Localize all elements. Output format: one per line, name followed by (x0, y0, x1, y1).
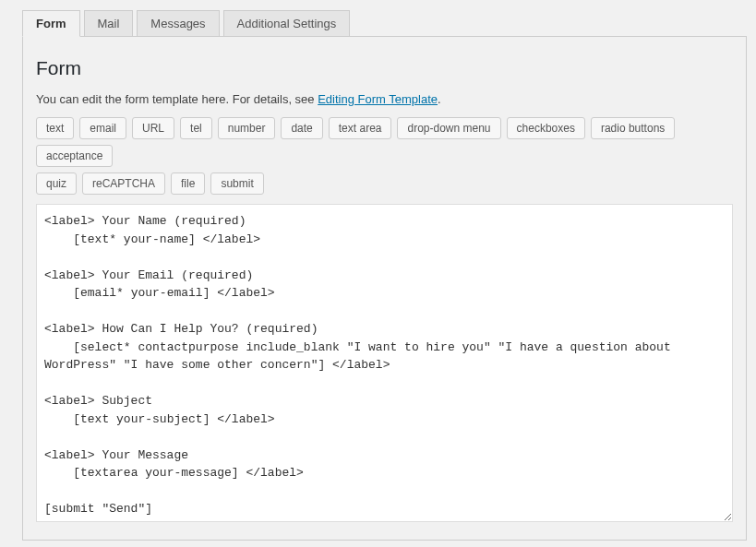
tag-btn-text[interactable]: text (36, 117, 74, 139)
tag-btn-radio[interactable]: radio buttons (591, 117, 675, 139)
tag-btn-checkboxes[interactable]: checkboxes (507, 117, 585, 139)
tag-btn-recaptcha[interactable]: reCAPTCHA (82, 172, 165, 195)
tab-bar: Form Mail Messages Additional Settings (22, 9, 747, 36)
form-panel: Form You can edit the form template here… (22, 36, 747, 541)
tag-button-row-2: quiz reCAPTCHA file submit (36, 172, 733, 195)
tag-btn-date[interactable]: date (281, 117, 322, 139)
tag-btn-file[interactable]: file (171, 172, 205, 195)
tag-button-row-1: text email URL tel number date text area… (36, 117, 733, 167)
tag-btn-dropdown[interactable]: drop-down menu (397, 117, 500, 139)
tab-messages[interactable]: Messages (137, 10, 219, 37)
tab-form[interactable]: Form (22, 10, 80, 37)
tag-btn-email[interactable]: email (79, 117, 126, 139)
tab-additional-settings[interactable]: Additional Settings (223, 10, 351, 37)
tag-btn-tel[interactable]: tel (180, 117, 212, 139)
tag-btn-quiz[interactable]: quiz (36, 172, 77, 195)
tag-btn-submit[interactable]: submit (210, 172, 263, 195)
tag-btn-number[interactable]: number (218, 117, 276, 139)
tag-btn-url[interactable]: URL (132, 117, 174, 139)
panel-description: You can edit the form template here. For… (36, 92, 733, 106)
tag-btn-acceptance[interactable]: acceptance (36, 145, 113, 167)
panel-heading: Form (36, 57, 733, 79)
tag-btn-textarea[interactable]: text area (329, 117, 392, 139)
description-prefix: You can edit the form template here. For… (36, 92, 318, 106)
description-suffix: . (438, 92, 441, 106)
form-template-textarea[interactable] (36, 204, 733, 522)
editing-form-template-link[interactable]: Editing Form Template (318, 92, 438, 106)
tab-mail[interactable]: Mail (84, 10, 134, 37)
